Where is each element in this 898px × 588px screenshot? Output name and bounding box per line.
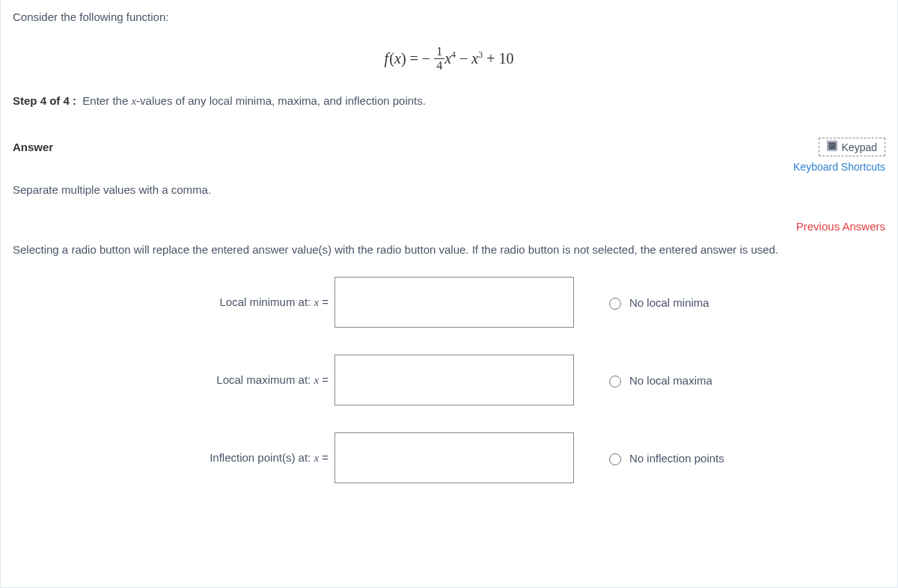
question-section: Consider the following function: f (x) =… (1, 0, 897, 138)
row-label-maximum: Local maximum at: x = (13, 373, 335, 387)
maximum-input[interactable] (335, 355, 574, 405)
no-local-minima-label[interactable]: No local minima (629, 296, 709, 309)
minimum-input[interactable] (335, 277, 574, 328)
answer-title: Answer (13, 141, 53, 153)
row-label-inflection: Inflection point(s) at: x = (13, 451, 335, 465)
keypad-label: Keypad (842, 141, 877, 153)
previous-answers-link[interactable]: Previous Answers (1, 196, 897, 233)
no-local-minima-radio[interactable] (609, 298, 621, 310)
no-local-maxima-radio[interactable] (609, 376, 621, 388)
svg-rect-6 (828, 148, 835, 150)
svg-rect-1 (828, 143, 831, 145)
no-local-maxima-label[interactable]: No local maxima (629, 374, 712, 387)
step-text-before: Enter the (82, 94, 131, 107)
row-inflection: Inflection point(s) at: x = No inflectio… (13, 432, 885, 483)
svg-rect-4 (831, 145, 834, 147)
no-inflection-label[interactable]: No inflection points (629, 452, 724, 465)
equation-display: f (x) = − 14x4 − x3 + 10 (13, 23, 885, 94)
inflection-input[interactable] (335, 432, 574, 483)
input-rows: Local minimum at: x = No local minima Lo… (1, 277, 897, 483)
keyboard-shortcuts-link[interactable]: Keyboard Shortcuts (1, 156, 897, 173)
svg-rect-3 (828, 145, 831, 147)
row-local-maximum: Local maximum at: x = No local maxima (13, 355, 885, 405)
step-label: Step 4 of 4 : (13, 94, 76, 107)
radio-hint: Selecting a radio button will replace th… (1, 233, 897, 277)
no-inflection-radio[interactable] (609, 453, 621, 465)
comma-hint: Separate multiple values with a comma. (1, 173, 897, 196)
step-instruction: Step 4 of 4 : Enter the x-values of any … (13, 94, 885, 138)
page-container: Consider the following function: f (x) =… (0, 0, 898, 588)
row-local-minimum: Local minimum at: x = No local minima (13, 277, 885, 328)
step-text-after: -values of any local minima, maxima, and… (136, 94, 426, 107)
keypad-button[interactable]: Keypad (819, 138, 885, 156)
svg-rect-5 (834, 143, 835, 147)
answer-header: Answer Keypad (1, 138, 897, 156)
row-label-minimum: Local minimum at: x = (13, 295, 335, 309)
svg-rect-2 (831, 143, 834, 145)
question-prompt: Consider the following function: (13, 10, 885, 23)
keypad-icon (827, 141, 837, 153)
